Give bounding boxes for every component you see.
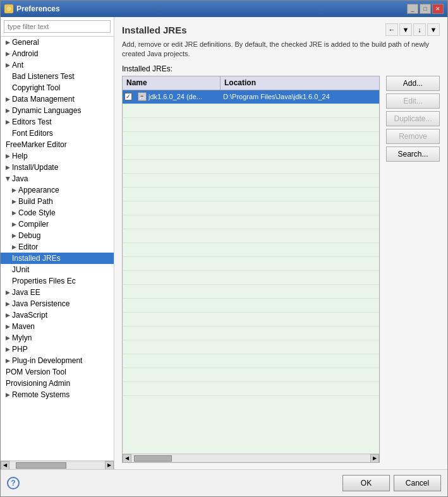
scroll-thumb[interactable] (16, 462, 66, 469)
remove-button[interactable]: Remove (386, 129, 440, 144)
sidebar-item-editors-test[interactable]: ▶ Editors Test (1, 116, 114, 128)
close-button[interactable]: ✕ (432, 4, 444, 14)
sidebar-item-bad-listeners[interactable]: Bad Listeners Test (1, 71, 114, 82)
sidebar-item-mylyn[interactable]: ▶ Mylyn (1, 332, 114, 344)
empty-row (123, 299, 379, 313)
sidebar-item-label: Appearance (18, 186, 59, 195)
expand-arrow-maven: ▶ (6, 323, 10, 330)
sidebar-item-junit[interactable]: JUnit (1, 264, 114, 275)
panel-toolbar: ← ▼ ↓ ▼ (385, 23, 440, 36)
action-buttons: Add... Edit... Duplicate... Remove Searc… (386, 76, 440, 463)
jre-checkbox[interactable]: ✓ (124, 93, 132, 100)
sidebar-item-label: Remote Systems (12, 390, 70, 399)
sidebar-item-debug[interactable]: ▶ Debug (1, 230, 114, 241)
sidebar-item-remote-systems[interactable]: ▶ Remote Systems (1, 389, 114, 400)
sidebar-item-java-persistence[interactable]: ▶ Java Persistence (1, 298, 114, 309)
empty-row (123, 382, 379, 396)
table-scroll-left[interactable]: ◀ (123, 454, 131, 463)
duplicate-button[interactable]: Duplicate... (386, 111, 440, 126)
table-horizontal-scrollbar[interactable]: ◀ ▶ (123, 453, 379, 462)
sidebar-item-editor[interactable]: ▶ Editor (1, 241, 114, 253)
sidebar-item-appearance[interactable]: ▶ Appearance (1, 184, 114, 196)
sidebar-item-maven[interactable]: ▶ Maven (1, 321, 114, 332)
sidebar-item-java[interactable]: ▶ Java (1, 173, 114, 184)
expand-arrow-compiler: ▶ (12, 221, 16, 227)
sidebar-item-pom-version-tool[interactable]: POM Version Tool (1, 366, 114, 378)
toolbar-back-button[interactable]: ← (385, 23, 398, 36)
sidebar-item-label: Install/Update (12, 163, 58, 172)
table-header: Name Location (123, 76, 379, 90)
table-row[interactable]: ✓ ☕ jdk1.6.0_24 (de... D:\Program Files\… (123, 90, 379, 104)
sidebar-item-copyright-tool[interactable]: Copyright Tool (1, 82, 114, 93)
sidebar-item-java-ee[interactable]: ▶ Java EE (1, 287, 114, 298)
expand-arrow-install-update: ▶ (6, 164, 10, 171)
expand-arrow-general: ▶ (6, 39, 10, 45)
sidebar-item-label: Properties Files Ec (12, 277, 76, 285)
table-scroll-thumb[interactable] (134, 455, 172, 462)
table-scroll-track[interactable] (131, 455, 370, 462)
sidebar-item-general[interactable]: ▶ General (1, 37, 114, 48)
toolbar-menu-button[interactable]: ▼ (427, 23, 440, 36)
help-button[interactable]: ? (7, 477, 20, 489)
sidebar-item-label: Installed JREs (12, 254, 61, 263)
expand-arrow-remote-systems: ▶ (6, 392, 10, 398)
sidebar-item-label: Code Style (18, 208, 56, 217)
expand-arrow-java: ▶ (5, 177, 11, 181)
sidebar-item-provisioning-admin[interactable]: Provisioning Admin (1, 378, 114, 389)
scroll-right-button[interactable]: ▶ (105, 461, 114, 470)
table-and-buttons: Name Location ✓ ☕ jdk1.6.0_24 (de... (122, 76, 440, 463)
title-buttons: _ □ ✕ (407, 4, 444, 14)
sidebar-item-label: Data Management (12, 95, 75, 104)
sidebar-item-install-update[interactable]: ▶ Install/Update (1, 162, 114, 173)
expand-arrow-debug: ▶ (12, 232, 16, 239)
add-button[interactable]: Add... (386, 76, 440, 91)
sidebar-item-compiler[interactable]: ▶ Compiler (1, 219, 114, 230)
empty-row (123, 354, 379, 368)
sidebar-item-code-style[interactable]: ▶ Code Style (1, 207, 114, 219)
edit-button[interactable]: Edit... (386, 93, 440, 109)
sidebar-item-properties-files[interactable]: Properties Files Ec (1, 275, 114, 287)
toolbar-dropdown-button[interactable]: ▼ (399, 23, 412, 36)
filter-input[interactable] (4, 20, 111, 33)
sidebar-item-font-editors[interactable]: Font Editors (1, 128, 114, 139)
search-button[interactable]: Search... (386, 147, 440, 162)
expand-arrow-java-ee: ▶ (6, 289, 10, 296)
sidebar-item-php[interactable]: ▶ PHP (1, 344, 114, 355)
expand-arrow-php: ▶ (6, 346, 10, 352)
sidebar-item-help[interactable]: ▶ Help (1, 150, 114, 162)
ok-button[interactable]: OK (342, 475, 390, 491)
sidebar-item-plugin-development[interactable]: ▶ Plug-in Development (1, 355, 114, 366)
sidebar-item-label: FreeMarker Editor (6, 140, 67, 149)
sidebar-item-label: General (12, 38, 39, 47)
empty-row (123, 132, 379, 146)
sidebar-item-android[interactable]: ▶ Android (1, 48, 114, 59)
sidebar-item-build-path[interactable]: ▶ Build Path (1, 196, 114, 207)
scroll-track[interactable] (9, 462, 105, 469)
toolbar-forward-button[interactable]: ↓ (413, 23, 426, 36)
sidebar-item-installed-jres[interactable]: Installed JREs (1, 253, 114, 264)
jre-location-cell: D:\Program Files\Java\jdk1.6.0_24 (221, 93, 379, 100)
sidebar-item-javascript[interactable]: ▶ JavaScript (1, 309, 114, 321)
sidebar-item-label: Dynamic Languages (12, 106, 81, 115)
col-name-header: Name (123, 76, 221, 90)
maximize-button[interactable]: □ (420, 4, 431, 14)
content-area: ▶ General ▶ Android ▶ Ant Bad Listeners … (1, 17, 447, 469)
expand-arrow-java-persistence: ▶ (6, 301, 10, 307)
sidebar-item-data-management[interactable]: ▶ Data Management (1, 93, 114, 105)
sidebar-item-freeMarker[interactable]: FreeMarker Editor (1, 139, 114, 150)
table-scroll-right[interactable]: ▶ (370, 454, 379, 463)
empty-row (123, 285, 379, 299)
window-icon: ⚙ (4, 4, 13, 13)
cancel-button[interactable]: Cancel (394, 475, 441, 491)
expand-arrow-editor: ▶ (12, 244, 16, 250)
empty-row (123, 146, 379, 160)
sidebar-item-label: Android (12, 49, 38, 58)
sidebar-item-dynamic-languages[interactable]: ▶ Dynamic Languages (1, 105, 114, 116)
sidebar-item-ant[interactable]: ▶ Ant (1, 59, 114, 71)
filter-wrap (1, 17, 114, 37)
scroll-left-button[interactable]: ◀ (1, 461, 9, 470)
tree-horizontal-scrollbar[interactable]: ◀ ▶ (1, 460, 114, 469)
minimize-button[interactable]: _ (407, 4, 418, 14)
empty-row (123, 174, 379, 188)
right-panel: Installed JREs ← ▼ ↓ ▼ Add, remove or ed… (114, 17, 447, 469)
